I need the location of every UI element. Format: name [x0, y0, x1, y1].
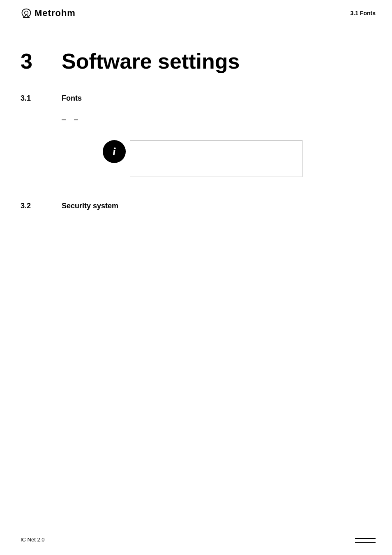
logo-area: Metrohm: [21, 7, 76, 19]
footer-label: IC Net 2.0: [21, 537, 45, 543]
logo-text: Metrohm: [35, 8, 76, 18]
chapter-heading: 3 Software settings: [21, 49, 371, 74]
chapter-title: Software settings: [62, 49, 240, 74]
dash-line: – –: [62, 115, 371, 124]
footer-lines: [355, 538, 376, 543]
dash-1: –: [62, 115, 66, 124]
page-header: Metrohm 3.1 Fonts: [0, 0, 392, 24]
section-3-1-heading: 3.1 Fonts: [21, 94, 371, 103]
section-3-1-title: Fonts: [62, 94, 82, 103]
footer-line-2: [355, 542, 376, 543]
section-3-2-title: Security system: [62, 202, 118, 210]
section-3-2-heading: 3.2 Security system: [21, 202, 371, 210]
info-box-content: [130, 140, 302, 177]
page-container: Metrohm 3.1 Fonts 3 Software settings 3.…: [0, 0, 392, 555]
metrohm-logo-icon: [21, 7, 32, 19]
page-footer: IC Net 2.0: [21, 537, 376, 543]
section-3-2-number: 3.2: [21, 202, 45, 210]
info-icon-letter: i: [113, 146, 116, 157]
section-3-1-number: 3.1: [21, 94, 45, 103]
info-box-area: i: [21, 140, 371, 177]
svg-point-0: [25, 11, 28, 15]
main-content: 3 Software settings 3.1 Fonts – – i 3.2 …: [0, 24, 392, 239]
chapter-number: 3: [21, 49, 45, 74]
dash-2: –: [74, 115, 78, 124]
header-section-label: 3.1 Fonts: [350, 10, 376, 16]
footer-line-1: [355, 538, 376, 539]
info-icon: i: [103, 140, 126, 163]
